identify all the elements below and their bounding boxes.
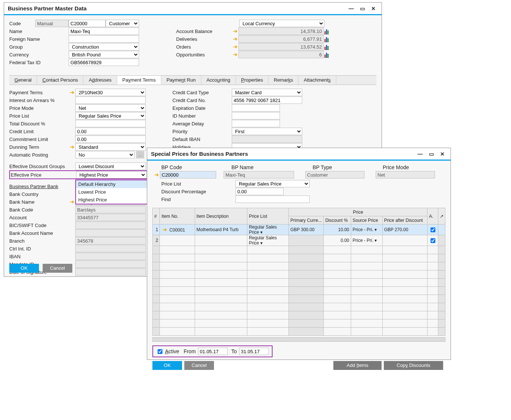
- tab-accounting[interactable]: Accounting: [201, 76, 236, 85]
- input-interest[interactable]: [75, 96, 146, 104]
- select-eff-discount[interactable]: Lowest Discount: [75, 163, 146, 170]
- input-name[interactable]: [69, 27, 139, 35]
- col-num[interactable]: #: [153, 208, 160, 224]
- input-account[interactable]: [75, 214, 146, 221]
- table-row[interactable]: [153, 295, 445, 303]
- input-branch[interactable]: [75, 237, 146, 245]
- copy-discounts-button[interactable]: Copy Discounts: [384, 361, 443, 370]
- row-active-checkbox[interactable]: [431, 227, 435, 232]
- drilldown-arrow-icon[interactable]: ➜: [69, 198, 75, 205]
- table-row[interactable]: [153, 311, 445, 319]
- input-cc-no[interactable]: [232, 96, 302, 104]
- select-currency[interactable]: British Pound: [69, 51, 139, 58]
- close-button[interactable]: ✕: [369, 5, 378, 12]
- ellipsis-icon[interactable]: …: [136, 151, 144, 158]
- horizontal-scrollbar[interactable]: [152, 337, 445, 342]
- table-row[interactable]: 1➜ C00001Motherboard P4 TurbRegular Sale…: [153, 224, 445, 235]
- tab-contact-persons[interactable]: Contact Persons: [37, 76, 83, 85]
- tab-attachments[interactable]: Attachments: [299, 76, 336, 85]
- input-from-date[interactable]: [198, 348, 228, 355]
- input-default-iban[interactable]: [232, 135, 302, 143]
- special-prices-grid[interactable]: # Item No. Item Description Price List P…: [152, 208, 445, 336]
- table-row[interactable]: [153, 246, 445, 254]
- select-price-list-sp[interactable]: Regular Sales Price: [235, 180, 310, 187]
- select-payment-terms[interactable]: 2P10Net30: [75, 89, 146, 96]
- input-bank-code[interactable]: [75, 206, 146, 213]
- close-button[interactable]: ✕: [438, 150, 447, 158]
- select-bp-type[interactable]: Customer: [106, 20, 139, 27]
- input-credit-limit[interactable]: [75, 128, 146, 135]
- input-account-balance[interactable]: [238, 27, 324, 35]
- input-bp-code-sp[interactable]: [160, 171, 216, 178]
- select-priority[interactable]: First: [232, 128, 302, 135]
- table-row[interactable]: [153, 262, 445, 270]
- drilldown-arrow-icon[interactable]: ➜: [153, 171, 160, 178]
- chart-icon[interactable]: [324, 43, 331, 50]
- col-primary-currency[interactable]: Primary Curre...: [289, 216, 324, 224]
- col-price-list[interactable]: Price List: [247, 208, 289, 224]
- cancel-button-sp[interactable]: Cancel: [184, 361, 214, 370]
- ok-button-sp[interactable]: OK: [152, 361, 182, 370]
- option-lowest-price[interactable]: Lowest Price: [76, 188, 152, 196]
- table-row[interactable]: [153, 279, 445, 287]
- table-row[interactable]: [153, 328, 445, 336]
- tab-remarks[interactable]: Remarks: [268, 76, 299, 85]
- col-source-price[interactable]: Source Price: [351, 216, 382, 224]
- table-row[interactable]: [153, 287, 445, 295]
- select-price-list[interactable]: Regular Sales Price: [75, 112, 146, 119]
- input-bp-name-sp[interactable]: [224, 171, 294, 178]
- input-bank-acct-name[interactable]: [75, 229, 146, 237]
- tab-payment-run[interactable]: Payment Run: [161, 76, 201, 85]
- table-row[interactable]: 2Regular Sales Price ▾0.00Price - Pri. ▾: [153, 235, 445, 246]
- chart-icon[interactable]: [324, 51, 331, 58]
- input-bp-type-sp[interactable]: [305, 171, 365, 178]
- input-opportunities[interactable]: [238, 51, 324, 58]
- col-item-no[interactable]: Item No.: [160, 208, 195, 224]
- col-discount-pct[interactable]: Discount %: [324, 216, 351, 224]
- select-group[interactable]: Construction: [69, 43, 139, 50]
- checkbox-active[interactable]: [158, 349, 162, 354]
- input-code[interactable]: [69, 20, 106, 27]
- tab-properties[interactable]: Properties: [236, 76, 268, 85]
- option-highest-price[interactable]: Highest Price: [76, 196, 152, 204]
- table-row[interactable]: [153, 270, 445, 279]
- add-items-button[interactable]: Add Items: [333, 361, 382, 370]
- input-find[interactable]: [235, 196, 310, 203]
- tab-addresses[interactable]: Addresses: [83, 76, 117, 85]
- input-deliveries[interactable]: [238, 35, 324, 43]
- input-date-sig[interactable]: [75, 268, 146, 276]
- tab-general[interactable]: General: [9, 76, 37, 85]
- input-to-date[interactable]: [239, 348, 269, 355]
- option-default-hierarchy[interactable]: Default Hierarchy: [76, 180, 152, 188]
- input-foreign-name[interactable]: [69, 35, 139, 43]
- col-active[interactable]: A.: [427, 208, 438, 224]
- minimize-button[interactable]: ―: [347, 5, 356, 12]
- input-ctrl-int[interactable]: [75, 245, 146, 252]
- select-cc-type[interactable]: Master Card: [232, 89, 302, 96]
- input-price-mode-sp[interactable]: [376, 171, 435, 178]
- input-orders[interactable]: [238, 43, 324, 50]
- input-cc-exp[interactable]: [232, 104, 280, 112]
- drilldown-arrow-icon[interactable]: ➜: [232, 36, 238, 42]
- input-cc-id[interactable]: [232, 112, 280, 119]
- cancel-button[interactable]: Cancel: [43, 264, 72, 273]
- minimize-button[interactable]: ―: [416, 150, 425, 158]
- select-eff-price[interactable]: Highest Price: [76, 171, 146, 178]
- ok-button[interactable]: OK: [9, 264, 39, 273]
- drilldown-arrow-icon[interactable]: ➜: [69, 89, 75, 96]
- input-mandate[interactable]: [75, 260, 146, 268]
- input-commitment-limit[interactable]: [75, 135, 146, 143]
- chart-icon[interactable]: [324, 36, 331, 42]
- table-row[interactable]: [153, 319, 445, 328]
- input-total-discount[interactable]: [75, 120, 146, 127]
- table-row[interactable]: [153, 254, 445, 262]
- input-bic[interactable]: [75, 222, 146, 229]
- input-tax[interactable]: [69, 59, 139, 66]
- input-discount-pct[interactable]: [235, 188, 284, 195]
- drilldown-arrow-icon[interactable]: ➜: [69, 144, 75, 150]
- drilldown-arrow-icon[interactable]: ➜: [232, 28, 238, 35]
- select-dunning-term[interactable]: Standard: [75, 143, 146, 151]
- tab-payment-terms[interactable]: Payment Terms: [117, 76, 161, 85]
- maximize-button[interactable]: ▭: [358, 5, 367, 12]
- drilldown-arrow-icon[interactable]: ➜: [232, 43, 238, 50]
